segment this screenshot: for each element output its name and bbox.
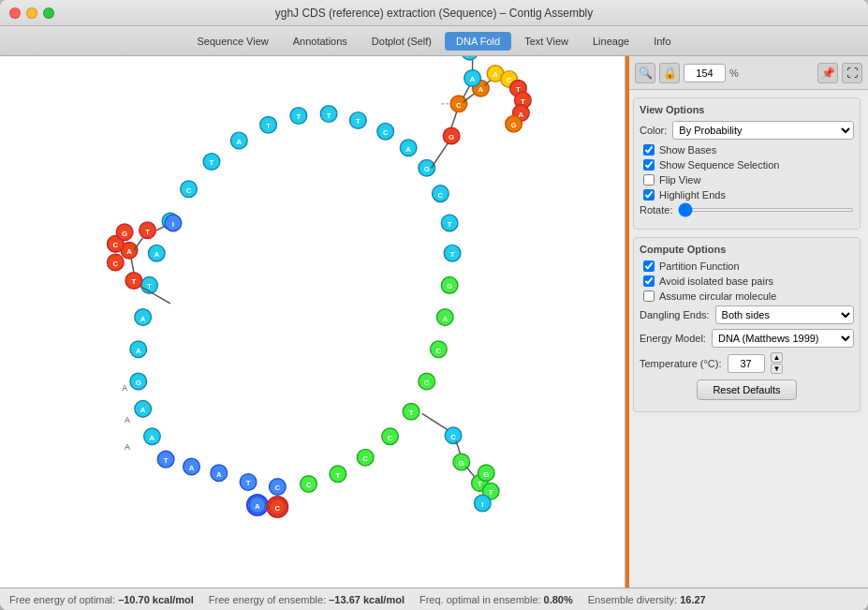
tab-dotplot[interactable]: Dotplot (Self) <box>360 32 443 51</box>
show-bases-label: Show Bases <box>659 144 716 156</box>
zoom-input[interactable]: 154 <box>684 64 726 82</box>
sidebar-accent <box>625 56 629 588</box>
show-bases-checkbox[interactable] <box>643 144 655 156</box>
temp-up-btn[interactable]: ▲ <box>771 352 784 363</box>
sidebar: 🔍 🔒 154 % 📌 ⛶ View Options Color: <box>625 56 868 588</box>
svg-text:T: T <box>335 471 340 480</box>
reset-defaults-button[interactable]: Reset Defaults <box>697 379 796 400</box>
assume-circular-checkbox[interactable] <box>643 290 655 302</box>
dna-fold-svg: T A A G A A <box>0 56 625 588</box>
svg-text:G: G <box>122 230 127 238</box>
sidebar-options: View Options Color: By Probability By Ty… <box>625 90 868 588</box>
svg-text:G: G <box>459 459 464 468</box>
view-options-section: View Options Color: By Probability By Ty… <box>633 97 861 230</box>
svg-text:G: G <box>136 379 141 387</box>
freq-optimal-item: Freq. optimal in ensemble: 0.80% <box>419 594 573 605</box>
svg-text:A: A <box>140 315 146 323</box>
window-title: yghJ CDS (reference) extraction (Sequenc… <box>275 7 594 20</box>
energy-model-select[interactable]: DNA (Matthews 1999) RNA (Turner 2004) <box>712 329 854 348</box>
svg-text:G: G <box>447 282 452 290</box>
svg-line-126 <box>456 441 461 455</box>
tab-lineage[interactable]: Lineage <box>581 32 640 51</box>
flip-view-label: Flip View <box>659 174 700 186</box>
tab-info[interactable]: Info <box>642 32 682 51</box>
tab-dna-fold[interactable]: DNA Fold <box>445 32 511 51</box>
svg-text:A: A <box>442 315 448 323</box>
window-controls[interactable] <box>9 7 54 19</box>
svg-text:C: C <box>112 241 118 249</box>
content-area: T A A G A A <box>0 56 868 588</box>
svg-text:A: A <box>470 75 476 83</box>
dangling-ends-select[interactable]: None Unpaired bases Both sides Double-co… <box>715 305 854 324</box>
svg-text:T: T <box>131 277 136 286</box>
temp-down-btn[interactable]: ▼ <box>771 364 784 374</box>
svg-text:T: T <box>409 409 414 417</box>
show-sequence-checkbox[interactable] <box>643 159 655 171</box>
svg-text:C: C <box>467 56 473 57</box>
rotate-slider[interactable] <box>678 208 854 212</box>
free-energy-ensemble-value: –13.67 kcal/mol <box>329 594 405 605</box>
temperature-row: Temperature (°C): 37 ▲ ▼ <box>640 352 854 374</box>
expand-icon-btn[interactable]: ⛶ <box>842 63 862 83</box>
svg-text:A: A <box>216 470 222 479</box>
svg-line-94 <box>432 143 449 168</box>
flip-view-row: Flip View <box>640 174 854 186</box>
svg-text:C: C <box>275 504 281 513</box>
svg-line-123 <box>422 413 448 430</box>
ensemble-diversity-value: 16.27 <box>680 594 706 605</box>
ensemble-diversity-item: Ensemble diversity: 16.27 <box>588 594 706 605</box>
highlight-ends-label: Highlight Ends <box>659 189 726 201</box>
svg-text:C: C <box>362 454 368 463</box>
avoid-isolated-checkbox[interactable] <box>643 275 655 287</box>
svg-text:T: T <box>147 282 152 290</box>
svg-text:I: I <box>481 500 483 509</box>
maximize-button[interactable] <box>43 7 54 19</box>
temperature-input[interactable]: 37 <box>728 354 765 373</box>
svg-line-79 <box>131 258 134 273</box>
dangling-ends-row: Dangling Ends: None Unpaired bases Both … <box>640 305 854 324</box>
energy-model-row: Energy Model: DNA (Matthews 1999) RNA (T… <box>640 329 854 348</box>
svg-text:C: C <box>383 128 389 137</box>
svg-line-116 <box>463 85 470 97</box>
tab-sequence-view[interactable]: Sequence View <box>185 32 279 51</box>
ensemble-diversity-label: Ensemble diversity: <box>588 594 677 605</box>
highlight-ends-checkbox[interactable] <box>643 189 655 201</box>
color-select[interactable]: By Probability By Type Solid <box>672 121 854 140</box>
svg-text:T: T <box>145 228 150 236</box>
show-sequence-label: Show Sequence Selection <box>659 159 779 171</box>
svg-text:T: T <box>210 158 214 167</box>
svg-text:A: A <box>478 85 484 94</box>
pin-icon-btn[interactable]: 📌 <box>817 63 838 83</box>
svg-text:T: T <box>448 220 452 229</box>
svg-text:G: G <box>511 121 517 129</box>
svg-text:C: C <box>388 434 393 442</box>
partition-function-checkbox[interactable] <box>643 260 655 272</box>
tab-annotations[interactable]: Annotations <box>282 32 359 51</box>
svg-text:C: C <box>306 481 312 489</box>
svg-text:T: T <box>246 479 251 487</box>
minimize-button[interactable] <box>26 7 37 19</box>
svg-text:C: C <box>438 191 444 200</box>
svg-text:A: A <box>122 383 127 393</box>
svg-text:A: A <box>189 464 195 472</box>
color-label: Color: <box>640 125 667 136</box>
free-energy-optimal-label: Free energy of optimal: <box>9 594 115 605</box>
svg-text:T: T <box>327 111 331 119</box>
svg-text:I: I <box>172 220 174 229</box>
svg-text:C: C <box>436 347 442 355</box>
zoom-percent-label: % <box>729 67 739 79</box>
lock-icon-btn[interactable]: 🔒 <box>659 63 680 83</box>
avoid-isolated-label: Avoid isolated base pairs <box>659 275 773 287</box>
dna-fold-canvas[interactable]: T A A G A A <box>0 56 625 588</box>
energy-model-label: Energy Model: <box>640 333 706 344</box>
tab-text-view[interactable]: Text View <box>513 32 580 51</box>
search-icon-btn[interactable]: 🔍 <box>635 63 655 83</box>
rotate-label: Rotate: <box>640 204 672 216</box>
svg-text:T: T <box>164 456 169 465</box>
svg-text:A: A <box>136 347 141 355</box>
svg-text:C: C <box>275 484 281 492</box>
close-button[interactable] <box>9 7 21 19</box>
svg-text:T: T <box>489 488 493 497</box>
svg-text:A: A <box>125 442 130 452</box>
flip-view-checkbox[interactable] <box>643 174 655 186</box>
